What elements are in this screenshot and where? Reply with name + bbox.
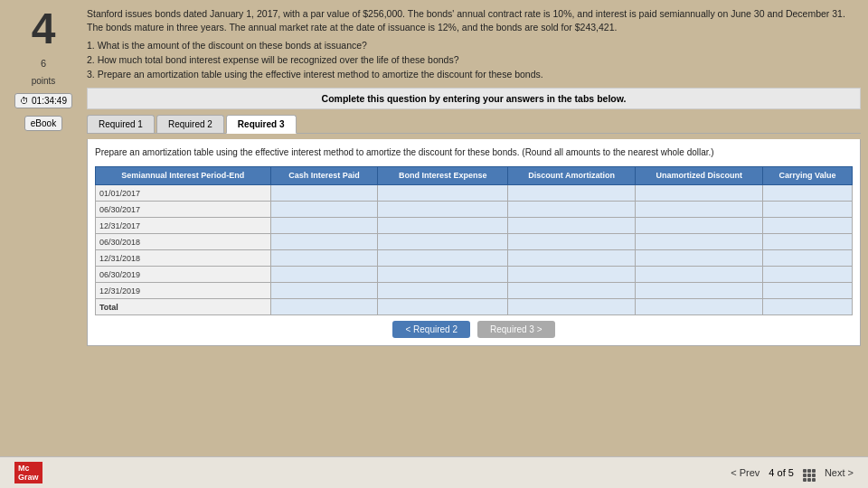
grid-icon	[803, 464, 816, 482]
table-cell-input[interactable]	[270, 299, 378, 315]
question-number: 4	[32, 7, 56, 51]
ebook-button[interactable]: eBook	[24, 116, 62, 131]
bottom-nav: < Prev 4 of 5 Next >	[731, 464, 854, 482]
table-cell-input[interactable]	[378, 267, 508, 283]
next-button[interactable]: Required 3 >	[477, 321, 555, 338]
tab-instruction: Prepare an amortization table using the …	[95, 146, 853, 159]
table-cell-input[interactable]	[270, 218, 378, 234]
logo: McGraw	[14, 462, 42, 483]
table-row: 01/01/2017	[96, 185, 271, 202]
table-cell-input[interactable]	[270, 267, 378, 283]
part-3: 3. Prepare an amortization table using t…	[87, 68, 861, 82]
back-button[interactable]: < Required 2	[392, 321, 470, 338]
bottom-bar: McGraw < Prev 4 of 5 Next >	[0, 456, 868, 488]
table-cell-input[interactable]	[636, 218, 763, 234]
timer-box: ⏱ 01:34:49	[14, 93, 72, 108]
table-cell-input[interactable]	[636, 250, 763, 267]
amortization-table: Semiannual Interest Period-End Cash Inte…	[95, 166, 853, 316]
table-cell-input[interactable]	[508, 218, 636, 234]
table-cell-input[interactable]	[636, 202, 763, 218]
table-cell-input[interactable]	[270, 250, 378, 267]
table-cell-input[interactable]	[508, 250, 636, 267]
part-1: 1. What is the amount of the discount on…	[87, 39, 861, 53]
table-cell-input[interactable]	[508, 283, 636, 299]
next-link[interactable]: Next >	[825, 467, 854, 478]
table-row: 06/30/2017	[96, 202, 271, 218]
col-header-carrying: Carrying Value	[763, 166, 853, 185]
points-value: 6	[41, 58, 46, 69]
timer-icon: ⏱	[20, 96, 29, 106]
table-cell-input[interactable]	[270, 185, 378, 202]
tab-content: Prepare an amortization table using the …	[87, 139, 861, 347]
nav-buttons: < Required 2 Required 3 >	[95, 321, 853, 338]
question-parts: 1. What is the amount of the discount on…	[87, 39, 861, 81]
timer-display: 01:34:49	[32, 96, 67, 106]
table-cell-input[interactable]	[763, 185, 853, 202]
points-label: points	[32, 76, 56, 86]
table-row: 06/30/2018	[96, 234, 271, 250]
table-row: 12/31/2017	[96, 218, 271, 234]
page-info: 4 of 5	[769, 467, 794, 478]
table-cell-input[interactable]	[636, 234, 763, 250]
col-header-cash: Cash Interest Paid	[270, 166, 378, 185]
table-cell-input[interactable]	[508, 234, 636, 250]
tabs-row: Required 1 Required 2 Required 3	[87, 115, 861, 134]
col-header-period: Semiannual Interest Period-End	[96, 166, 271, 185]
table-cell-input[interactable]	[270, 234, 378, 250]
col-header-bond: Bond Interest Expense	[378, 166, 508, 185]
table-cell-input[interactable]	[763, 234, 853, 250]
tab-required3[interactable]: Required 3	[226, 115, 297, 134]
table-cell-input[interactable]	[270, 283, 378, 299]
tab-required1[interactable]: Required 1	[87, 115, 155, 133]
table-cell-input[interactable]	[763, 250, 853, 267]
question-body: Stanford issues bonds dated January 1, 2…	[87, 7, 861, 33]
table-cell-input[interactable]	[378, 234, 508, 250]
table-cell-input[interactable]	[378, 218, 508, 234]
table-cell-input[interactable]	[763, 267, 853, 283]
table-cell-input[interactable]	[763, 283, 853, 299]
instruction-bar: Complete this question by entering your …	[87, 88, 861, 109]
col-header-discount-amort: Discount Amortization	[508, 166, 636, 185]
table-cell-input[interactable]	[636, 185, 763, 202]
table-cell-input[interactable]	[270, 202, 378, 218]
table-cell-input[interactable]	[378, 299, 508, 315]
table-row: 06/30/2019	[96, 267, 271, 283]
table-cell-input[interactable]	[763, 218, 853, 234]
tab-required2[interactable]: Required 2	[156, 115, 224, 133]
col-header-unamortized: Unamortized Discount	[636, 166, 763, 185]
part-2: 2. How much total bond interest expense …	[87, 53, 861, 68]
table-cell-input[interactable]	[378, 185, 508, 202]
table-row: 12/31/2018	[96, 250, 271, 267]
table-cell-input[interactable]	[378, 202, 508, 218]
table-cell-input[interactable]	[636, 267, 763, 283]
table-row: 12/31/2019	[96, 283, 271, 299]
table-cell-input[interactable]	[636, 283, 763, 299]
table-row: Total	[96, 299, 271, 315]
table-cell-input[interactable]	[763, 299, 853, 315]
table-cell-input[interactable]	[378, 283, 508, 299]
table-cell-input[interactable]	[763, 202, 853, 218]
table-cell-input[interactable]	[378, 250, 508, 267]
table-cell-input[interactable]	[508, 267, 636, 283]
table-cell-input[interactable]	[508, 202, 636, 218]
table-cell-input[interactable]	[508, 299, 636, 315]
table-cell-input[interactable]	[636, 299, 763, 315]
table-cell-input[interactable]	[508, 185, 636, 202]
prev-link[interactable]: < Prev	[731, 467, 760, 478]
